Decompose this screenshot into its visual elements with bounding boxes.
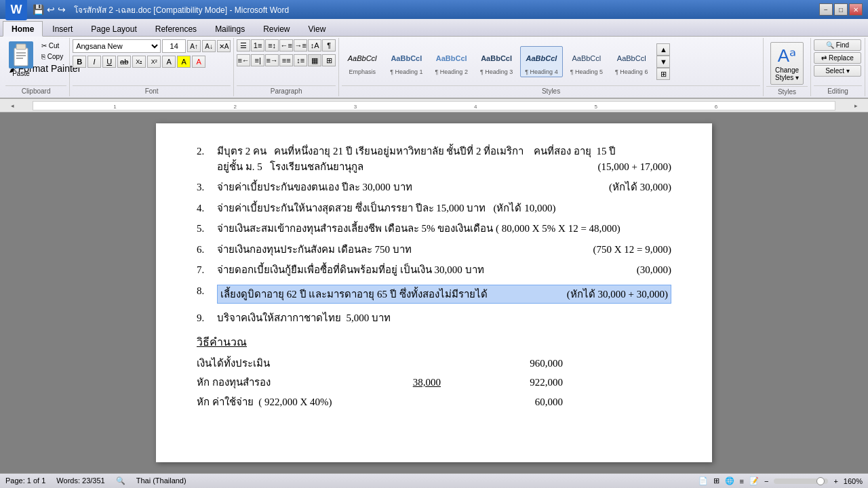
doc-item-3: 3. จ่ายค่าเบี้ยประกันของตนเอง ปีละ 30,00… [197,180,671,195]
find-button[interactable]: 🔍 Find [814,39,861,51]
styles-scroll-down[interactable]: ▼ [656,56,670,68]
style-emphasis[interactable]: AaBbCcl Emphasis [342,46,382,77]
view-fullscreen[interactable]: ⊞ [713,476,719,485]
tab-insert[interactable]: Insert [43,21,81,36]
style-heading3[interactable]: AaBbCcl ¶ Heading 3 [475,46,517,77]
item-4-num: 4. [197,201,217,216]
font-shrink-button[interactable]: A↓ [202,40,216,52]
bullets-button[interactable]: ☰ [237,39,250,52]
calc-row-2: หัก กองทุนสำรอง 38,000 922,000 [197,375,671,390]
tab-home[interactable]: Home [3,21,43,37]
svg-rect-0 [14,48,28,66]
show-hide-button[interactable]: ¶ [322,39,336,52]
calc-value2-3: 60,000 [495,394,563,410]
ribbon-tabs: Home Insert Page Layout References Maili… [0,19,868,37]
strikethrough-button[interactable]: ab [117,56,131,68]
style-heading6[interactable]: AaBbCcl ¶ Heading 6 [610,46,652,77]
style-heading4[interactable]: AaBbCcl ¶ Heading 4 [520,46,562,77]
doc-item-6: 6. จ่ายเงินกองทุนประกันสังคม เดือนละ 750… [197,242,671,258]
ruler: ◂ 1 2 3 4 5 6 ▸ [0,99,868,113]
quick-undo[interactable]: ↩ [47,4,55,15]
italic-button[interactable]: I [87,56,101,68]
copy-button[interactable]: ⎘ Copy [38,52,66,62]
quick-save[interactable]: 💾 [33,4,44,15]
maximize-button[interactable]: □ [834,3,848,16]
paragraph-label: Paragraph [237,85,336,95]
justify-button[interactable]: ≡≡ [279,54,293,66]
item-2-line1: มีบุตร 2 คน คนที่หนึ่งอายุ 21 ปี เรียนอย… [217,144,671,159]
change-styles-button[interactable]: Aᵃ Change Styles ▾ [770,42,804,85]
item-7-text: จ่ายดอกเบี้ยเงินกู้ยืมเพื่อซื้อที่ดินพร้… [217,262,671,278]
style-heading1[interactable]: AaBbCcl ¶ Heading 1 [385,46,427,77]
cut-button[interactable]: ✂ Cut [38,41,66,51]
change-styles-label: Styles [766,86,808,96]
calc-row-3: หัก ค่าใช้จ่าย ( 922,000 X 40%) 60,000 [197,394,671,410]
item-8-main: เลี้ยงดูบิดาอายุ 62 ปี และมารดาอายุ 65 ป… [220,287,488,302]
style-h5-label: ¶ Heading 5 [570,68,603,75]
tab-review[interactable]: Review [254,21,298,36]
increase-indent-button[interactable]: →≡ [294,39,307,52]
highlight-button[interactable]: A [177,56,191,68]
underline-button[interactable]: U [102,56,116,68]
sort-button[interactable]: ↕A [308,39,321,52]
doc-item-8: 8. เลี้ยงดูบิดาอายุ 62 ปี และมารดาอายุ 6… [197,283,671,306]
view-draft[interactable]: 📝 [749,476,759,485]
minimize-button[interactable]: − [819,3,833,16]
clear-format-button[interactable]: ✕A [217,40,231,52]
font-size-input[interactable] [162,39,186,53]
tab-references[interactable]: References [146,21,205,36]
zoom-in[interactable]: + [833,477,837,485]
editing-label: Editing [814,85,862,95]
doc-item-5: 5. จ่ายเงินสะสมเข้ากองทุนสำรองเลี้ยงชีพ … [197,221,671,237]
document-page[interactable]: 2. มีบุตร 2 คน คนที่หนึ่งอายุ 21 ปี เรีย… [156,123,712,462]
item-6-num: 6. [197,242,217,258]
multilevel-list-button[interactable]: ≡↕ [265,39,279,52]
line-spacing-button[interactable]: ↕≡ [294,54,307,66]
borders-button[interactable]: ⊞ [322,54,336,66]
text-effect-button[interactable]: A [162,56,176,68]
align-center-button[interactable]: ≡| [251,54,264,66]
shading-button[interactable]: ▦ [308,54,321,66]
tab-page-layout[interactable]: Page Layout [82,21,145,36]
item-9-num: 9. [197,310,217,326]
font-color-button[interactable]: A [192,56,205,68]
font-grow-button[interactable]: A↑ [187,40,201,52]
view-print[interactable]: 📄 [698,476,708,485]
style-h1-label: ¶ Heading 1 [390,68,422,75]
styles-more[interactable]: ⊞ [656,68,670,80]
style-heading5[interactable]: AaBbCcl ¶ Heading 5 [566,46,608,77]
tab-view[interactable]: View [300,21,335,36]
tab-mailings[interactable]: Mailings [206,21,254,36]
align-right-button[interactable]: ≡→ [265,54,279,66]
view-outline[interactable]: ≡ [740,477,744,485]
bold-button[interactable]: B [73,56,86,68]
quick-redo[interactable]: ↪ [58,4,66,15]
calc-label-1: เงินได้ทั้งประเมิน [197,356,373,371]
subscript-button[interactable]: X₂ [132,56,146,68]
font-name-select[interactable]: Angsana New [73,39,161,53]
ribbon: Paste ✂ Cut ⎘ Copy 🖌 Format Painter Clip… [0,37,868,99]
item-4-text: จ่ายค่าเบี้ยประกันให้นางสุดสวย ซึ่งเป็นภ… [217,201,671,216]
superscript-button[interactable]: X² [147,56,161,68]
styles-scroll-up[interactable]: ▲ [656,43,670,56]
word-count: Words: 23/351 [56,476,104,485]
zoom-slider[interactable] [774,479,828,484]
proofing-icon: 🔍 [116,476,125,485]
doc-item-9: 9. บริจาคเงินให้สภากาชาดไทย 5,000 บาท [197,310,671,326]
decrease-indent-button[interactable]: ←≡ [279,39,293,52]
view-web[interactable]: 🌐 [725,476,734,485]
numbering-button[interactable]: 1≡ [251,39,264,52]
close-button[interactable]: ✕ [849,3,863,16]
font-label: Font [73,85,231,95]
item-8-amount: (หักได้ 30,000 + 30,000) [559,287,668,302]
styles-group: AaBbCcl Emphasis AaBbCcl ¶ Heading 1 AaB… [339,38,764,96]
select-button[interactable]: Select ▾ [814,65,861,77]
style-h1-preview: AaBbCcl [391,48,422,68]
align-left-button[interactable]: ≡← [237,54,250,66]
replace-button[interactable]: ⇄ Replace [814,52,861,64]
zoom-out[interactable]: − [764,477,768,485]
item-3-num: 3. [197,180,217,195]
language-info: Thai (Thailand) [136,476,186,485]
format-painter-button[interactable]: 🖌 Format Painter [38,62,52,75]
style-heading2[interactable]: AaBbCcl ¶ Heading 2 [431,46,473,77]
